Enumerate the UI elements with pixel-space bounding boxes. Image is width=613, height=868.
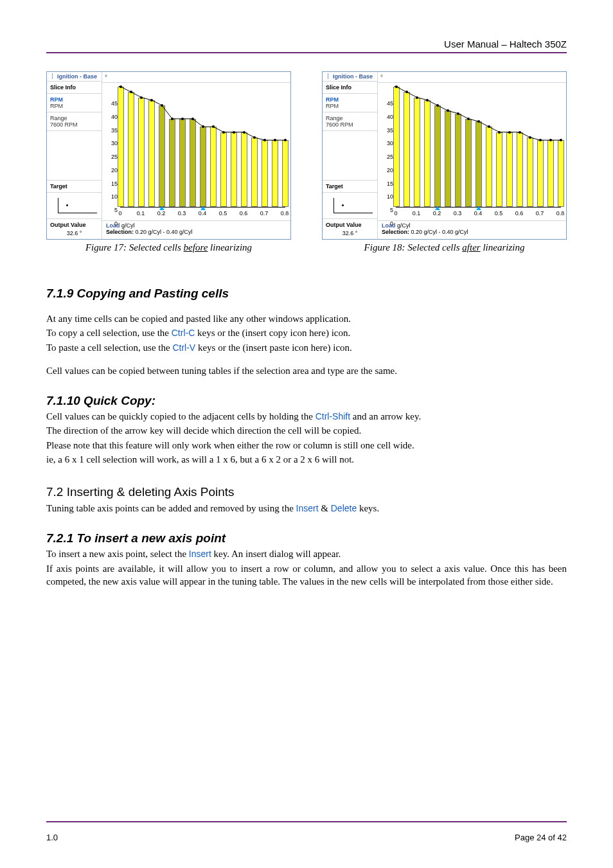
y-tick-label: 0 (106, 220, 118, 227)
body-text: At any time cells can be copied and past… (46, 312, 567, 325)
miniplot-point (342, 204, 344, 206)
window-title-text: Ignition - Base (57, 73, 97, 80)
y-tick-label: 5 (106, 207, 118, 213)
rpm-box: RPM RPM (47, 94, 102, 112)
y-tick-label: 40 (106, 114, 118, 120)
slice-info-box: Slice Info (47, 82, 102, 94)
body-text: Please note that this feature will only … (46, 439, 567, 452)
sidebar-spacer (47, 131, 102, 181)
rpm-sub: RPM (326, 103, 374, 109)
key-ctrl-shift: Ctrl-Shift (315, 411, 350, 421)
x-tick-label: 0.4 (474, 210, 483, 217)
figure-18: ⋮ Ignition - Base Slice Info RPM RPM Ran… (322, 71, 567, 253)
y-tick-label: 30 (382, 140, 393, 146)
output-label: Output Value (50, 222, 98, 228)
x-tick-label: 0.5 (219, 210, 227, 217)
miniplot-point (66, 204, 68, 206)
footer-version: 1.0 (46, 833, 58, 842)
x-tick-label: 0.2 (157, 210, 166, 217)
x-tick-label: 0 (118, 210, 121, 217)
chart-window: ⋮ Ignition - Base Slice Info RPM RPM Ran… (322, 71, 567, 240)
grip-icon: ⋮ (325, 73, 331, 80)
rpm-label: RPM (326, 96, 374, 103)
heading-7-1-9: 7.1.9 Copying and Pasting cells (46, 287, 567, 301)
y-tick-label: 20 (106, 167, 118, 173)
window-title: ⋮ Ignition - Base (47, 72, 102, 82)
body-text: Cell values can be copied between tuning… (46, 364, 567, 377)
legend-load: Load g/Cyl (382, 222, 562, 229)
header-text: User Manual – Haltech 350Z (46, 39, 567, 52)
grip-icon: ⋮ (49, 73, 55, 80)
chart-sidebar: ⋮ Ignition - Base Slice Info RPM RPM Ran… (47, 72, 102, 239)
x-tick-label: 0.7 (260, 210, 269, 217)
rpm-sub: RPM (50, 103, 98, 109)
range-box: Range 7600 RPM (47, 112, 102, 131)
key-insert: Insert (189, 549, 211, 559)
y-tick-label: 35 (382, 127, 393, 134)
footer-page-number: Page 24 of 42 (515, 833, 567, 842)
x-tick-label: 0.1 (413, 210, 421, 217)
y-tick-label: 30 (106, 140, 118, 146)
legend-load: Load g/Cyl (106, 222, 287, 229)
range-label: Range (50, 115, 98, 121)
output-label: Output Value (326, 222, 374, 228)
range-value: 7600 RPM (326, 121, 374, 128)
y-tick-label: 10 (106, 193, 118, 200)
x-tick-label: 0.7 (536, 210, 544, 217)
key-insert: Insert (296, 503, 319, 513)
target-label: Target (326, 183, 374, 190)
chart-legend: Load g/Cyl Selection: 0.20 g/Cyl - 0.40 … (102, 220, 290, 239)
y-tick-label: 25 (106, 154, 118, 160)
x-tick-label: 0.6 (240, 210, 248, 217)
plot-frame (396, 87, 561, 208)
y-tick-label: 25 (382, 154, 393, 160)
y-tick-label: 35 (106, 127, 118, 134)
y-tick-label: 45 (382, 100, 393, 107)
y-tick-label: 45 (106, 100, 118, 107)
body-text: ie, a 6 x 1 cell selection will work, as… (46, 453, 567, 466)
range-label: Range (326, 115, 374, 121)
x-tick-label: 0.3 (454, 210, 462, 217)
legend-selection: Selection: 0.20 g/Cyl - 0.40 g/Cyl (106, 229, 287, 235)
body-text: To copy a cell selection, use the Ctrl-C… (46, 326, 567, 339)
key-ctrl-c: Ctrl-C (172, 328, 195, 338)
slice-info-label: Slice Info (50, 84, 98, 91)
chart-sidebar: ⋮ Ignition - Base Slice Info RPM RPM Ran… (323, 72, 378, 239)
body-text: Tuning table axis points can be added an… (46, 502, 567, 515)
target-miniplot (50, 195, 98, 216)
y-tick-label: 15 (382, 181, 393, 187)
window-title: ⋮ Ignition - Base (323, 72, 377, 82)
chart-tab-strip: ° (378, 72, 566, 83)
range-value: 7600 RPM (50, 121, 98, 128)
figures-row: ⋮ Ignition - Base Slice Info RPM RPM Ran… (46, 71, 567, 253)
plot-frame (120, 87, 285, 208)
x-tick-label: 0.8 (281, 210, 289, 217)
x-tick-label: 0.6 (515, 210, 524, 217)
y-tick-label: 5 (382, 207, 393, 213)
output-value: 32.6 ° (50, 228, 98, 236)
body-text: To paste a cell selection, use the Ctrl-… (46, 341, 567, 354)
chart-area: ° 05101520253035404500.10.20.30.40.50.60… (102, 72, 290, 239)
x-tick-label: 0.4 (199, 210, 207, 217)
slice-info-label: Slice Info (326, 84, 374, 91)
y-tick-label: 10 (382, 193, 393, 200)
output-value: 32.6 ° (326, 228, 374, 236)
target-plot-box (47, 193, 102, 219)
body-text: If axis points are available, it will al… (46, 562, 567, 589)
miniplot-axes (58, 198, 97, 213)
output-box: Output Value 32.6 ° (47, 219, 102, 239)
x-tick-label: 0.1 (137, 210, 145, 217)
legend-selection: Selection: 0.20 g/Cyl - 0.40 g/Cyl (382, 229, 562, 235)
target-box: Target (47, 181, 102, 193)
target-label: Target (50, 183, 98, 190)
y-tick-label: 0 (382, 220, 393, 227)
y-tick-label: 20 (382, 167, 393, 173)
footer-rule (46, 821, 567, 822)
x-tick-label: 0.3 (178, 210, 186, 217)
x-tick-label: 0 (394, 210, 397, 217)
heading-7-2: 7.2 Inserting & deleting Axis Points (46, 485, 567, 499)
rpm-label: RPM (50, 96, 98, 103)
plot-area: 05101520253035404500.10.20.30.40.50.60.7… (102, 83, 290, 220)
window-title-text: Ignition - Base (333, 73, 373, 80)
chart-window: ⋮ Ignition - Base Slice Info RPM RPM Ran… (46, 71, 291, 240)
